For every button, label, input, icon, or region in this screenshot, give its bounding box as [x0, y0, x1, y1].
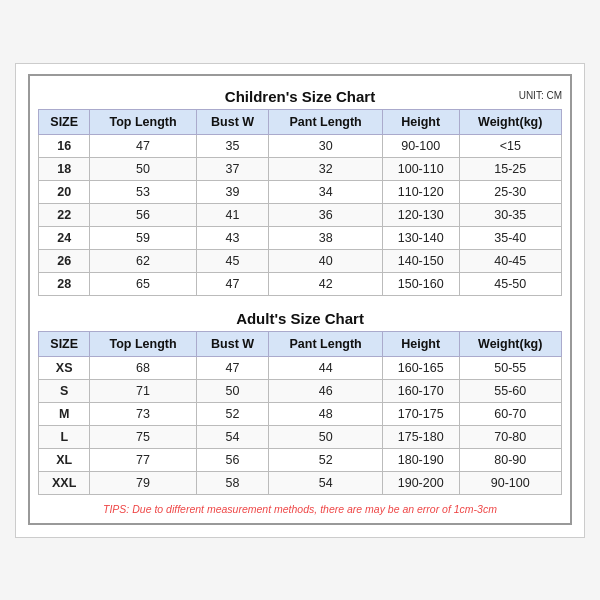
table-cell: 54 — [269, 471, 382, 494]
table-row: XL775652180-19080-90 — [39, 448, 562, 471]
table-cell: 25-30 — [459, 180, 562, 203]
table-cell: 170-175 — [382, 402, 459, 425]
table-cell: 36 — [269, 203, 382, 226]
adult-size-table: SIZETop LengthBust WPant LengthHeightWei… — [38, 331, 562, 495]
table-cell: S — [39, 379, 90, 402]
table-cell: 110-120 — [382, 180, 459, 203]
unit-label: UNIT: CM — [519, 90, 562, 101]
table-cell: 50 — [90, 157, 196, 180]
table-cell: 180-190 — [382, 448, 459, 471]
table-cell: 70-80 — [459, 425, 562, 448]
children-col-header: Height — [382, 109, 459, 134]
adult-col-header: Bust W — [196, 331, 269, 356]
children-table-body: 1647353090-100<1518503732100-11015-25205… — [39, 134, 562, 295]
children-header-row: SIZETop LengthBust WPant LengthHeightWei… — [39, 109, 562, 134]
table-cell: 56 — [90, 203, 196, 226]
table-cell: 175-180 — [382, 425, 459, 448]
table-cell: 47 — [196, 272, 269, 295]
adult-section-title: Adult's Size Chart — [38, 304, 562, 331]
table-cell: 30 — [269, 134, 382, 157]
table-cell: 120-130 — [382, 203, 459, 226]
adult-col-header: Weight(kg) — [459, 331, 562, 356]
table-cell: 38 — [269, 226, 382, 249]
adult-col-header: Height — [382, 331, 459, 356]
table-cell: XL — [39, 448, 90, 471]
table-cell: 62 — [90, 249, 196, 272]
table-cell: 90-100 — [459, 471, 562, 494]
table-cell: 39 — [196, 180, 269, 203]
table-cell: XXL — [39, 471, 90, 494]
table-cell: 35-40 — [459, 226, 562, 249]
table-cell: 56 — [196, 448, 269, 471]
adult-table-header: SIZETop LengthBust WPant LengthHeightWei… — [39, 331, 562, 356]
table-cell: 55-60 — [459, 379, 562, 402]
table-cell: 47 — [196, 356, 269, 379]
table-cell: 40 — [269, 249, 382, 272]
table-cell: 45-50 — [459, 272, 562, 295]
children-col-header: Pant Length — [269, 109, 382, 134]
table-cell: 18 — [39, 157, 90, 180]
table-cell: 30-35 — [459, 203, 562, 226]
table-row: 18503732100-11015-25 — [39, 157, 562, 180]
table-cell: 140-150 — [382, 249, 459, 272]
table-cell: 50 — [196, 379, 269, 402]
table-cell: 80-90 — [459, 448, 562, 471]
table-cell: 42 — [269, 272, 382, 295]
table-cell: 48 — [269, 402, 382, 425]
size-chart-container: Children's Size Chart UNIT: CM SIZETop L… — [15, 63, 585, 538]
table-cell: 34 — [269, 180, 382, 203]
table-cell: 52 — [269, 448, 382, 471]
table-cell: 90-100 — [382, 134, 459, 157]
table-cell: 20 — [39, 180, 90, 203]
table-cell: XS — [39, 356, 90, 379]
table-cell: 190-200 — [382, 471, 459, 494]
table-cell: 77 — [90, 448, 196, 471]
children-size-table: SIZETop LengthBust WPant LengthHeightWei… — [38, 109, 562, 296]
adult-title-text: Adult's Size Chart — [236, 310, 364, 327]
table-row: 24594338130-14035-40 — [39, 226, 562, 249]
table-cell: 68 — [90, 356, 196, 379]
table-cell: 24 — [39, 226, 90, 249]
table-row: 26624540140-15040-45 — [39, 249, 562, 272]
table-cell: 160-170 — [382, 379, 459, 402]
table-cell: 43 — [196, 226, 269, 249]
table-cell: 100-110 — [382, 157, 459, 180]
adult-header-row: SIZETop LengthBust WPant LengthHeightWei… — [39, 331, 562, 356]
adult-col-header: Top Length — [90, 331, 196, 356]
table-row: XXL795854190-20090-100 — [39, 471, 562, 494]
children-col-header: Weight(kg) — [459, 109, 562, 134]
children-col-header: Bust W — [196, 109, 269, 134]
table-cell: 75 — [90, 425, 196, 448]
table-cell: 53 — [90, 180, 196, 203]
table-cell: 130-140 — [382, 226, 459, 249]
table-cell: L — [39, 425, 90, 448]
table-row: L755450175-18070-80 — [39, 425, 562, 448]
table-cell: 59 — [90, 226, 196, 249]
table-row: S715046160-17055-60 — [39, 379, 562, 402]
table-cell: 50-55 — [459, 356, 562, 379]
table-cell: 44 — [269, 356, 382, 379]
table-cell: 37 — [196, 157, 269, 180]
table-cell: 73 — [90, 402, 196, 425]
table-row: XS684744160-16550-55 — [39, 356, 562, 379]
table-cell: <15 — [459, 134, 562, 157]
table-cell: 150-160 — [382, 272, 459, 295]
table-row: 1647353090-100<15 — [39, 134, 562, 157]
table-cell: 40-45 — [459, 249, 562, 272]
outer-border: Children's Size Chart UNIT: CM SIZETop L… — [28, 74, 572, 525]
children-col-header: Top Length — [90, 109, 196, 134]
adult-table-body: XS684744160-16550-55S715046160-17055-60M… — [39, 356, 562, 494]
children-section-title: Children's Size Chart UNIT: CM — [38, 82, 562, 109]
tips-text: TIPS: Due to different measurement metho… — [38, 503, 562, 515]
table-cell: 28 — [39, 272, 90, 295]
table-cell: 45 — [196, 249, 269, 272]
table-cell: 35 — [196, 134, 269, 157]
children-title-text: Children's Size Chart — [225, 88, 375, 105]
table-cell: 58 — [196, 471, 269, 494]
children-table-header: SIZETop LengthBust WPant LengthHeightWei… — [39, 109, 562, 134]
table-cell: 54 — [196, 425, 269, 448]
table-cell: 16 — [39, 134, 90, 157]
table-cell: 160-165 — [382, 356, 459, 379]
table-cell: 79 — [90, 471, 196, 494]
table-cell: 41 — [196, 203, 269, 226]
